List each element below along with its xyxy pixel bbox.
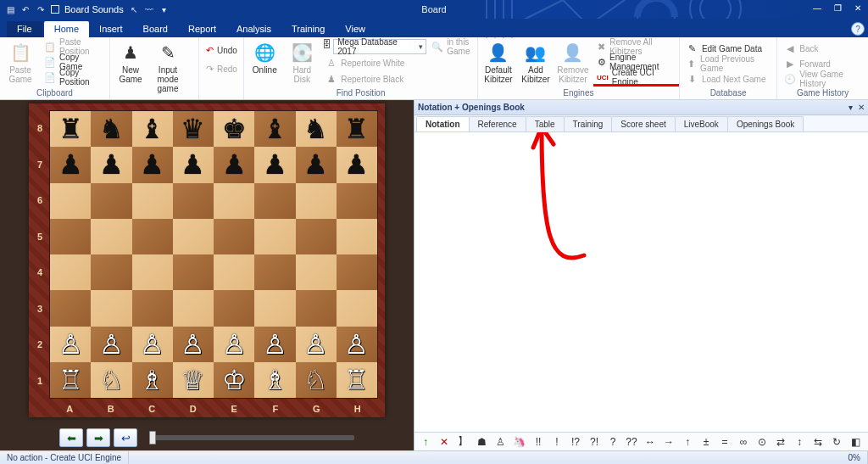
square[interactable]: ♖ xyxy=(337,362,377,398)
nav-prev-button[interactable]: ⬅ xyxy=(59,428,83,447)
tab-training[interactable]: Training xyxy=(281,21,335,37)
annotation-symbol[interactable]: ✕ xyxy=(438,436,450,448)
square[interactable] xyxy=(173,254,214,290)
square[interactable] xyxy=(214,219,254,254)
annotation-symbol[interactable]: 🦄 xyxy=(513,436,526,448)
undo-icon[interactable]: ↶ xyxy=(20,4,31,14)
subtab-notation[interactable]: Notation xyxy=(416,116,470,131)
square[interactable] xyxy=(132,290,173,326)
square[interactable]: ♜ xyxy=(337,111,377,147)
square[interactable] xyxy=(91,219,131,254)
subtab-training[interactable]: Training xyxy=(564,116,613,131)
board-sounds-label[interactable]: Board Sounds xyxy=(64,4,124,14)
square[interactable]: ♗ xyxy=(132,362,173,398)
square[interactable] xyxy=(337,219,377,254)
square[interactable]: ♟ xyxy=(214,147,254,182)
subtab-livebook[interactable]: LiveBook xyxy=(675,116,728,131)
square[interactable]: ♘ xyxy=(91,362,131,398)
tab-file[interactable]: File xyxy=(7,21,42,37)
square[interactable] xyxy=(337,254,377,290)
square[interactable]: ♚ xyxy=(214,111,254,147)
square[interactable]: ♘ xyxy=(296,362,337,398)
maximize-button[interactable]: ❐ xyxy=(831,2,844,14)
input-mode-button[interactable]: ✎Input mode game xyxy=(151,39,185,95)
annotation-symbol[interactable]: ◧ xyxy=(849,436,861,448)
square[interactable]: ♜ xyxy=(50,111,91,147)
annotation-symbol[interactable]: ⇆ xyxy=(812,436,824,448)
square[interactable]: ♟ xyxy=(254,147,295,182)
tab-insert[interactable]: Insert xyxy=(89,21,133,37)
tool-icon[interactable]: ↖ xyxy=(129,4,139,14)
qat-dropdown-icon[interactable]: ▾ xyxy=(159,4,170,14)
copy-position-button[interactable]: 📄Copy Position xyxy=(41,70,106,85)
tab-report[interactable]: Report xyxy=(178,21,226,37)
square[interactable] xyxy=(254,183,295,219)
square[interactable]: ♙ xyxy=(214,327,254,362)
square[interactable] xyxy=(296,219,337,254)
square[interactable]: ♟ xyxy=(50,147,91,182)
move-slider[interactable] xyxy=(149,435,354,440)
annotation-symbol[interactable]: ∞ xyxy=(737,436,749,448)
square[interactable]: ♙ xyxy=(173,327,214,362)
square[interactable] xyxy=(50,290,91,326)
annotation-symbol[interactable]: ↕ xyxy=(793,436,805,448)
square[interactable] xyxy=(50,183,91,219)
square[interactable]: ♔ xyxy=(214,362,254,398)
undo-button[interactable]: ↶Undo xyxy=(203,42,240,58)
database-combo[interactable]: Mega Database 2017 xyxy=(333,39,426,54)
slider-thumb[interactable] xyxy=(149,431,156,444)
annotation-symbol[interactable]: 】 xyxy=(457,434,469,449)
square[interactable] xyxy=(173,183,214,219)
square[interactable]: ♟ xyxy=(337,147,377,182)
annotation-symbol[interactable]: ?! xyxy=(588,436,600,448)
subtab-openings-book[interactable]: Openings Book xyxy=(727,116,804,131)
square[interactable]: ♞ xyxy=(296,111,337,147)
annotation-symbol[interactable]: ♙ xyxy=(494,436,506,448)
square[interactable]: ♟ xyxy=(132,147,173,182)
online-button[interactable]: 🌐Online xyxy=(248,39,281,87)
annotation-symbol[interactable]: ↑ xyxy=(682,436,693,448)
subtab-reference[interactable]: Reference xyxy=(469,116,526,131)
annotation-symbol[interactable]: ☗ xyxy=(476,436,487,448)
square[interactable] xyxy=(296,183,337,219)
tab-board[interactable]: Board xyxy=(133,21,178,37)
square[interactable] xyxy=(214,183,254,219)
annotation-symbol[interactable]: !! xyxy=(532,436,544,448)
create-uci-engine-button[interactable]: UCICreate UCI Engine xyxy=(593,70,676,85)
tab-analysis[interactable]: Analysis xyxy=(226,21,281,37)
square[interactable]: ♛ xyxy=(173,111,214,147)
square[interactable]: ♙ xyxy=(91,327,131,362)
square[interactable]: ♖ xyxy=(50,362,91,398)
subtab-score-sheet[interactable]: Score sheet xyxy=(611,116,675,131)
square[interactable] xyxy=(132,183,173,219)
nav-takeback-button[interactable]: ↩ xyxy=(114,428,137,447)
annotation-symbol[interactable]: ! xyxy=(551,436,563,448)
square[interactable]: ♟ xyxy=(173,147,214,182)
annotation-symbol[interactable]: ⇄ xyxy=(775,436,787,448)
square[interactable] xyxy=(296,290,337,326)
square[interactable] xyxy=(91,183,131,219)
minimize-button[interactable]: — xyxy=(810,2,824,14)
square[interactable] xyxy=(337,183,377,219)
square[interactable] xyxy=(254,219,295,254)
notation-content[interactable] xyxy=(415,132,868,432)
redo-icon[interactable]: ↷ xyxy=(36,4,46,14)
close-button[interactable]: ✕ xyxy=(851,2,865,14)
square[interactable] xyxy=(254,290,295,326)
square[interactable] xyxy=(337,290,377,326)
square[interactable] xyxy=(132,219,173,254)
square[interactable] xyxy=(91,254,131,290)
annotation-symbol[interactable]: = xyxy=(719,436,731,448)
square[interactable]: ♗ xyxy=(254,362,295,398)
checkbox-icon[interactable] xyxy=(51,5,59,14)
square[interactable]: ♟ xyxy=(296,147,337,182)
square[interactable]: ♙ xyxy=(132,327,173,362)
square[interactable] xyxy=(132,254,173,290)
square[interactable] xyxy=(50,219,91,254)
annotation-symbol[interactable]: ± xyxy=(700,436,712,448)
square[interactable]: ♙ xyxy=(296,327,337,362)
square[interactable] xyxy=(173,290,214,326)
square[interactable] xyxy=(214,254,254,290)
square[interactable] xyxy=(254,254,295,290)
chess-board[interactable]: ♜♞♝♛♚♝♞♜♟♟♟♟♟♟♟♟♙♙♙♙♙♙♙♙♖♘♗♕♔♗♘♖ xyxy=(49,110,378,399)
